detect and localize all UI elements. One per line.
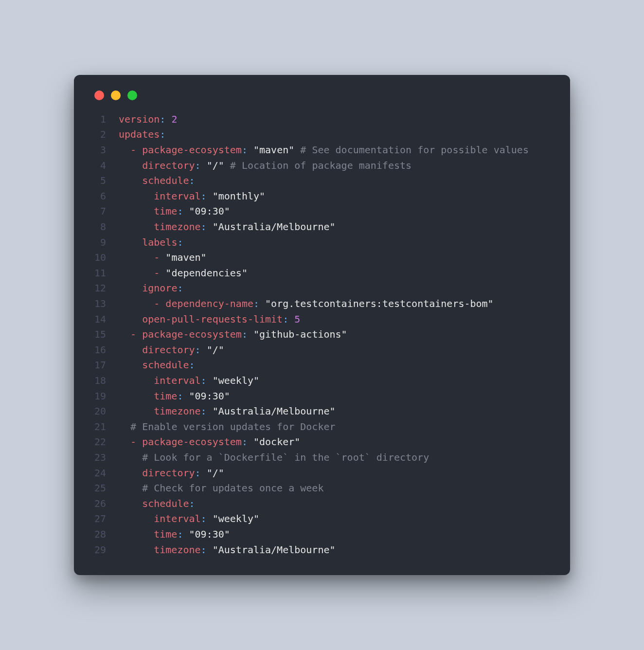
line-number: 24 xyxy=(91,466,119,481)
line-number: 22 xyxy=(91,434,119,450)
code-content: directory: "/" xyxy=(119,466,553,481)
minimize-icon[interactable] xyxy=(111,90,121,100)
line-number: 9 xyxy=(91,235,119,251)
maximize-icon[interactable] xyxy=(127,90,137,100)
code-content: schedule: xyxy=(119,358,553,373)
line-number: 6 xyxy=(91,189,119,204)
code-content: labels: xyxy=(119,235,553,251)
line-number: 23 xyxy=(91,450,119,466)
line-number: 18 xyxy=(91,373,119,389)
code-line: 26 schedule: xyxy=(91,496,553,512)
code-content: ignore: xyxy=(119,281,553,296)
line-number: 17 xyxy=(91,358,119,373)
code-line: 6 interval: "monthly" xyxy=(91,189,553,204)
line-number: 4 xyxy=(91,158,119,174)
code-content: timezone: "Australia/Melbourne" xyxy=(119,404,553,419)
line-number: 27 xyxy=(91,511,119,527)
line-number: 8 xyxy=(91,219,119,235)
code-content: - package-ecosystem: "github-actions" xyxy=(119,327,553,343)
code-content: timezone: "Australia/Melbourne" xyxy=(119,542,553,558)
code-content: time: "09:30" xyxy=(119,389,553,404)
code-content: version: 2 xyxy=(119,112,553,127)
code-line: 23 # Look for a `Dockerfile` in the `roo… xyxy=(91,450,553,466)
code-line: 10 - "maven" xyxy=(91,250,553,266)
code-content: directory: "/" xyxy=(119,343,553,358)
line-number: 5 xyxy=(91,173,119,189)
code-line: 27 interval: "weekly" xyxy=(91,511,553,527)
line-number: 20 xyxy=(91,404,119,419)
code-content: interval: "monthly" xyxy=(119,189,553,204)
line-number: 28 xyxy=(91,527,119,542)
code-content: - "maven" xyxy=(119,250,553,266)
line-number: 16 xyxy=(91,343,119,358)
code-line: 15 - package-ecosystem: "github-actions" xyxy=(91,327,553,343)
code-content: - dependency-name: "org.testcontainers:t… xyxy=(119,296,553,312)
code-line: 22 - package-ecosystem: "docker" xyxy=(91,434,553,450)
code-content: # Enable version updates for Docker xyxy=(119,419,553,435)
code-content: updates: xyxy=(119,127,553,143)
line-number: 12 xyxy=(91,281,119,296)
code-line: 12 ignore: xyxy=(91,281,553,296)
code-line: 24 directory: "/" xyxy=(91,466,553,481)
code-line: 5 schedule: xyxy=(91,173,553,189)
code-content: - package-ecosystem: "docker" xyxy=(119,434,553,450)
code-content: interval: "weekly" xyxy=(119,511,553,527)
code-line: 17 schedule: xyxy=(91,358,553,373)
code-content: open-pull-requests-limit: 5 xyxy=(119,312,553,327)
line-number: 14 xyxy=(91,312,119,327)
code-line: 1 version: 2 xyxy=(91,112,553,127)
code-content: timezone: "Australia/Melbourne" xyxy=(119,219,553,235)
window-titlebar xyxy=(91,89,553,112)
line-number: 7 xyxy=(91,204,119,219)
code-line: 8 timezone: "Australia/Melbourne" xyxy=(91,219,553,235)
code-line: 16 directory: "/" xyxy=(91,343,553,358)
line-number: 29 xyxy=(91,542,119,558)
code-line: 21 # Enable version updates for Docker xyxy=(91,419,553,435)
code-content: # Check for updates once a week xyxy=(119,481,553,496)
code-content: - package-ecosystem: "maven" # See docum… xyxy=(119,143,553,158)
line-number: 25 xyxy=(91,481,119,496)
code-line: 18 interval: "weekly" xyxy=(91,373,553,389)
line-number: 26 xyxy=(91,496,119,512)
code-line: 13 - dependency-name: "org.testcontainer… xyxy=(91,296,553,312)
code-content: time: "09:30" xyxy=(119,527,553,542)
code-line: 25 # Check for updates once a week xyxy=(91,481,553,496)
code-line: 9 labels: xyxy=(91,235,553,251)
code-content: - "dependencies" xyxy=(119,266,553,281)
close-icon[interactable] xyxy=(94,90,104,100)
code-content: time: "09:30" xyxy=(119,204,553,219)
code-line: 4 directory: "/" # Location of package m… xyxy=(91,158,553,174)
code-line: 20 timezone: "Australia/Melbourne" xyxy=(91,404,553,419)
code-content: interval: "weekly" xyxy=(119,373,553,389)
line-number: 11 xyxy=(91,266,119,281)
line-number: 19 xyxy=(91,389,119,404)
code-line: 2 updates: xyxy=(91,127,553,143)
line-number: 1 xyxy=(91,112,119,127)
line-number: 3 xyxy=(91,143,119,158)
code-line: 11 - "dependencies" xyxy=(91,266,553,281)
code-editor[interactable]: 1 version: 2 2 updates: 3 - package-ecos… xyxy=(91,112,553,558)
code-content: schedule: xyxy=(119,173,553,189)
line-number: 10 xyxy=(91,250,119,266)
code-line: 29 timezone: "Australia/Melbourne" xyxy=(91,542,553,558)
code-line: 3 - package-ecosystem: "maven" # See doc… xyxy=(91,143,553,158)
code-line: 28 time: "09:30" xyxy=(91,527,553,542)
code-content: # Look for a `Dockerfile` in the `root` … xyxy=(119,450,553,466)
code-content: schedule: xyxy=(119,496,553,512)
code-line: 19 time: "09:30" xyxy=(91,389,553,404)
code-content: directory: "/" # Location of package man… xyxy=(119,158,553,174)
line-number: 21 xyxy=(91,419,119,435)
code-line: 14 open-pull-requests-limit: 5 xyxy=(91,312,553,327)
line-number: 15 xyxy=(91,327,119,343)
code-line: 7 time: "09:30" xyxy=(91,204,553,219)
code-window: 1 version: 2 2 updates: 3 - package-ecos… xyxy=(74,75,570,575)
line-number: 13 xyxy=(91,296,119,312)
line-number: 2 xyxy=(91,127,119,143)
